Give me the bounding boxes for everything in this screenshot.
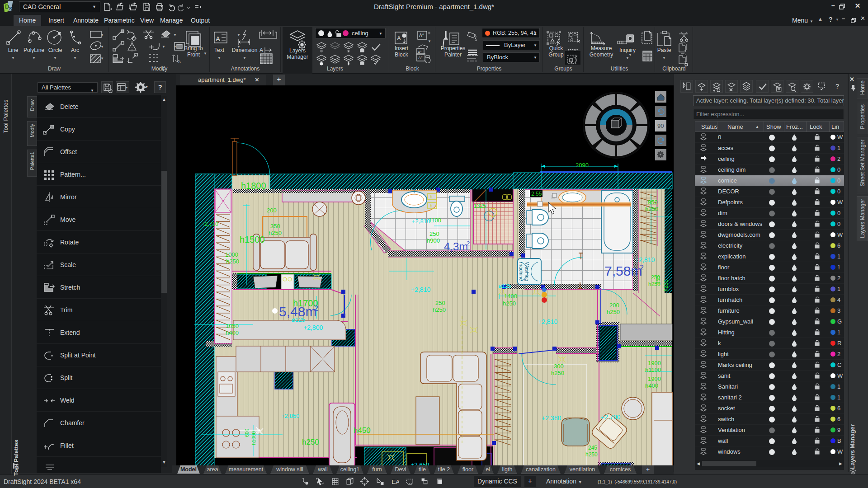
svg-text:h250: h250 bbox=[302, 438, 319, 446]
svg-text:+2,380: +2,380 bbox=[542, 414, 561, 422]
svg-text:1000: 1000 bbox=[225, 251, 238, 258]
svg-text:A: A bbox=[216, 35, 220, 42]
svg-text:h400: h400 bbox=[226, 329, 239, 336]
svg-text:350: 350 bbox=[270, 223, 280, 230]
svg-text:h400: h400 bbox=[645, 382, 658, 389]
svg-text:+2,850: +2,850 bbox=[281, 413, 299, 419]
svg-text:1900: 1900 bbox=[648, 375, 661, 382]
svg-text:1100: 1100 bbox=[429, 217, 441, 224]
svg-text:h250: h250 bbox=[269, 230, 282, 236]
svg-text:Washing: Washing bbox=[524, 262, 530, 281]
svg-text:5,48m: 5,48m bbox=[279, 304, 316, 319]
svg-text:250: 250 bbox=[651, 274, 660, 281]
svg-text:h250: h250 bbox=[551, 370, 564, 376]
svg-text:2: 2 bbox=[640, 264, 644, 272]
svg-text:1325: 1325 bbox=[474, 203, 486, 209]
svg-text:machine: machine bbox=[519, 262, 524, 281]
svg-text:h250: h250 bbox=[663, 279, 669, 291]
svg-text:h: h bbox=[430, 194, 433, 199]
svg-text:h: h bbox=[430, 203, 433, 208]
svg-text:ø125: ø125 bbox=[499, 283, 511, 289]
svg-text:h1000: h1000 bbox=[251, 431, 256, 445]
svg-text:h250: h250 bbox=[648, 281, 660, 287]
svg-text:90: 90 bbox=[657, 122, 664, 129]
svg-text:h1800: h1800 bbox=[241, 181, 266, 191]
svg-text:h1100: h1100 bbox=[645, 366, 661, 373]
svg-text:h250: h250 bbox=[585, 451, 598, 458]
svg-text:2,55: 2,55 bbox=[531, 191, 542, 197]
svg-text:h250: h250 bbox=[645, 206, 658, 212]
svg-text:h900: h900 bbox=[427, 237, 440, 244]
svg-text:+2,810: +2,810 bbox=[412, 218, 430, 225]
svg-text:S: S bbox=[9, 6, 12, 11]
svg-text:D: D bbox=[5, 3, 9, 10]
svg-text:+2,810: +2,810 bbox=[635, 256, 655, 263]
svg-text:1900: 1900 bbox=[648, 360, 661, 366]
svg-text:2: 2 bbox=[467, 240, 470, 247]
svg-text:7,58m: 7,58m bbox=[604, 263, 642, 278]
svg-text:250: 250 bbox=[429, 230, 439, 237]
svg-text:250: 250 bbox=[435, 300, 445, 306]
svg-text:+2,700: +2,700 bbox=[601, 413, 620, 421]
svg-text:2: 2 bbox=[314, 305, 318, 312]
svg-text:+2,800: +2,800 bbox=[303, 324, 323, 331]
svg-text:h450: h450 bbox=[354, 426, 371, 435]
svg-text:4,3m: 4,3m bbox=[444, 240, 468, 253]
svg-text:h250: h250 bbox=[607, 309, 620, 315]
svg-text:+2,810: +2,810 bbox=[411, 286, 430, 293]
svg-text:1400: 1400 bbox=[504, 293, 517, 300]
svg-text:A°: A° bbox=[419, 33, 424, 38]
svg-text:950: 950 bbox=[648, 199, 658, 206]
svg-text:h250: h250 bbox=[503, 300, 516, 307]
svg-text:?: ? bbox=[835, 83, 839, 90]
svg-text:h250: h250 bbox=[433, 306, 446, 313]
svg-text:200: 200 bbox=[609, 302, 619, 309]
svg-text:+2,810: +2,810 bbox=[538, 318, 557, 325]
svg-text:+2,710: +2,710 bbox=[202, 221, 218, 227]
svg-text:200: 200 bbox=[267, 207, 277, 214]
svg-text:h250: h250 bbox=[226, 258, 239, 265]
svg-text:h1500: h1500 bbox=[240, 235, 265, 244]
svg-text:300: 300 bbox=[554, 363, 564, 370]
svg-text:EA: EA bbox=[392, 479, 399, 485]
svg-text:245: 245 bbox=[588, 445, 597, 451]
svg-text:A: A bbox=[397, 35, 401, 42]
svg-text:1050: 1050 bbox=[226, 323, 239, 329]
svg-text:2090: 2090 bbox=[576, 162, 589, 169]
svg-text:A: A bbox=[178, 60, 181, 64]
